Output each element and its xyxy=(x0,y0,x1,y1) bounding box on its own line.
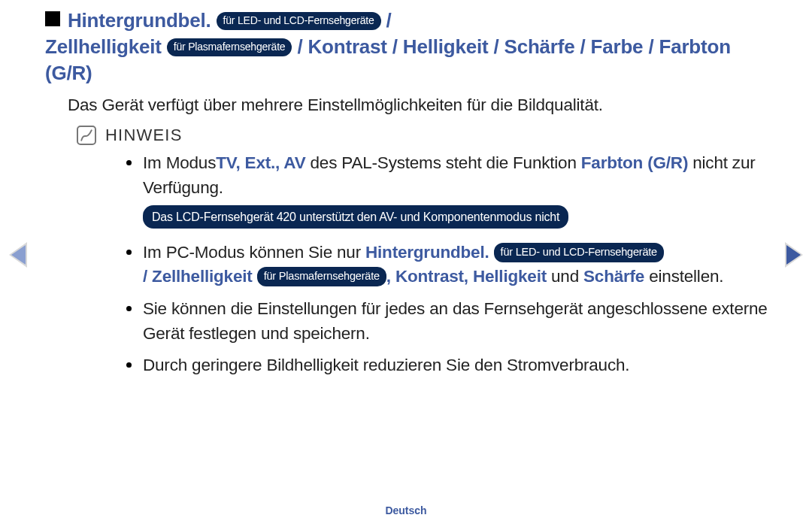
note-icon xyxy=(77,126,96,145)
heading-sep: / xyxy=(381,9,392,32)
text: einstellen. xyxy=(644,267,723,286)
pill-plasma: für Plasmafernsehgeräte xyxy=(167,38,292,56)
bullet-list: Im ModusTV, Ext., AV des PAL-Systems ste… xyxy=(45,151,774,378)
option-zellhelligkeit: / Zellhelligkeit xyxy=(143,267,253,286)
hinweis-row: HINWEIS xyxy=(45,126,774,145)
function-farbton: Farbton (G/R) xyxy=(581,153,688,172)
text: Im Modus xyxy=(143,153,216,172)
text: des PAL-Systems steht die Funktion xyxy=(306,153,581,172)
intro-text: Das Gerät verfügt über mehrere Einstellm… xyxy=(45,95,774,115)
pill-led-lcd: für LED- und LCD-Fernsehgeräte xyxy=(217,12,381,30)
option-hintergrundbel: Hintergrundbel. xyxy=(365,243,489,262)
footer-language: Deutsch xyxy=(0,504,812,516)
pill-lcd420-note: Das LCD-Fernsehgerät 420 unterstützt den… xyxy=(143,205,568,229)
text: und xyxy=(547,267,583,286)
mode-names: TV, Ext., AV xyxy=(216,153,305,172)
pill-plasma: für Plasmafernsehgeräte xyxy=(257,267,386,286)
list-item: Durch geringere Bildhelligkeit reduziere… xyxy=(143,353,774,378)
pill-led-lcd: für LED- und LCD-Fernsehgeräte xyxy=(494,243,664,262)
list-item: Im ModusTV, Ext., AV des PAL-Systems ste… xyxy=(143,151,774,232)
option-schaerfe: Schärfe xyxy=(583,267,644,286)
list-item: Im PC-Modus können Sie nur Hintergrundbe… xyxy=(143,241,774,289)
text: Im PC-Modus können Sie nur xyxy=(143,243,365,262)
prev-page-arrow[interactable] xyxy=(9,242,27,268)
page-title: Hintergrundbel. für LED- und LCD-Fernseh… xyxy=(45,8,774,86)
next-page-arrow[interactable] xyxy=(785,242,803,268)
heading-item-zellhelligkeit: Zellhelligkeit xyxy=(45,35,162,58)
heading-item-hintergrundbel: Hintergrundbel. xyxy=(68,9,211,32)
list-item: Sie können die Einstellungen für jedes a… xyxy=(143,297,774,346)
options-kontrast-helligkeit: , Kontrast, Helligkeit xyxy=(386,267,547,286)
hinweis-label: HINWEIS xyxy=(105,126,183,145)
heading-bullet-icon xyxy=(45,11,60,26)
page-content: Hintergrundbel. für LED- und LCD-Fernseh… xyxy=(45,8,774,386)
